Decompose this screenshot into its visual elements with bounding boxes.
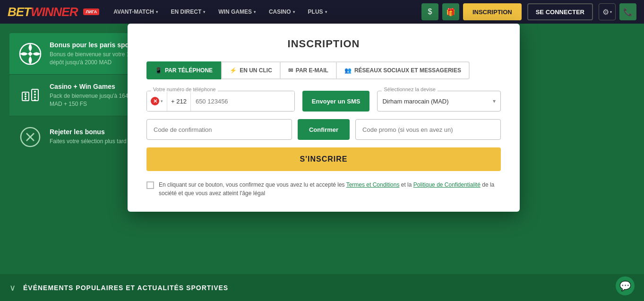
reject-icon (17, 124, 43, 150)
send-sms-button[interactable]: Envoyer un SMS (302, 91, 370, 112)
gear-icon: ⚙ (602, 8, 609, 17)
chevron-down-icon: ▾ (156, 10, 158, 14)
currency-group: Sélectionnez la devise Dirham marocain (… (377, 91, 501, 112)
svg-point-4 (25, 98, 26, 100)
casino-icon (17, 82, 43, 108)
registration-modal: INSCRIPTION 📱 PAR TÉLÉPHONE ⚡ EN UN CLIC… (128, 24, 520, 212)
nav-avant-match[interactable]: AVANT-MATCH ▾ (109, 9, 162, 15)
tab-phone[interactable]: 📱 PAR TÉLÉPHONE (146, 61, 221, 79)
svg-point-7 (34, 94, 36, 95)
chevron-down-icon: ▾ (325, 10, 327, 14)
svg-point-6 (34, 91, 36, 93)
bonus-reject-text: Rejeter les bonus Faites votre sélection… (50, 128, 127, 146)
inscription-button[interactable]: INSCRIPTION (463, 3, 522, 20)
gift-icon: 🎁 (446, 8, 455, 17)
phone-country-code: + 212 (167, 91, 191, 111)
phone-label: Votre numéro de téléphone (151, 86, 218, 92)
connect-button[interactable]: SE CONNECTER (527, 3, 593, 20)
nav-casino[interactable]: CASINO ▾ (264, 9, 300, 15)
svg-point-2 (25, 93, 26, 95)
terms-checkbox[interactable] (146, 181, 154, 189)
social-icon: 👥 (344, 67, 352, 74)
header: BETWINNER ЛИГА AVANT-MATCH ▾ EN DIRECT ▾… (0, 0, 644, 24)
svg-point-8 (34, 96, 36, 98)
chevron-down-icon: ▾ (254, 10, 256, 14)
phone-button[interactable]: 📞 (619, 3, 636, 20)
terms-conditions-link[interactable]: Termes et Conditions (346, 181, 400, 188)
terms-text: En cliquant sur ce bouton, vous confirme… (159, 181, 501, 198)
tab-social[interactable]: 👥 RÉSEAUX SOCIAUX ET MESSAGERIES (337, 61, 470, 79)
chevron-down-icon: ▾ (610, 10, 612, 14)
tab-email[interactable]: ✉ PAR E-MAIL (281, 61, 337, 79)
bottom-bar-title: ÉVÉNEMENTS POPULAIRES ET ACTUALITÉS SPOR… (23, 284, 228, 292)
phone-input-wrapper: ✕ ▾ + 212 (146, 91, 295, 112)
register-button[interactable]: S'INSCRIRE (146, 147, 501, 171)
currency-select-wrapper: Dirham marocain (MAD) ▾ (377, 91, 501, 112)
promo-code-input[interactable] (355, 119, 501, 140)
currency-label: Sélectionnez la devise (382, 86, 437, 92)
dollar-button[interactable]: $ (421, 3, 438, 20)
error-icon: ✕ (151, 97, 159, 105)
phone-tab-icon: 📱 (155, 67, 162, 74)
bottom-bar: ∨ ÉVÉNEMENTS POPULAIRES ET ACTUALITÉS SP… (0, 274, 644, 301)
nav-en-direct[interactable]: EN DIRECT ▾ (166, 9, 210, 15)
logo: BETWINNER (8, 5, 77, 19)
phone-number-input[interactable] (191, 91, 294, 111)
chevron-down-icon: ▾ (293, 10, 295, 14)
chevron-down-icon: ▾ (493, 98, 496, 104)
terms-row: En cliquant sur ce bouton, vous confirme… (146, 181, 501, 198)
currency-select[interactable]: Dirham marocain (MAD) (382, 98, 493, 105)
confirmation-promo-row: Confirmer (146, 119, 501, 140)
logo-brand: ЛИГА (83, 9, 99, 15)
svg-point-3 (25, 95, 26, 97)
svg-point-9 (34, 99, 36, 101)
chat-button[interactable]: 💬 (616, 276, 635, 295)
nav-plus[interactable]: PLUS ▾ (303, 9, 332, 15)
flag-selector[interactable]: ✕ ▾ (147, 91, 167, 111)
phone-icon: 📞 (623, 8, 633, 17)
tab-one-click[interactable]: ⚡ EN UN CLIC (221, 61, 281, 79)
dollar-icon: $ (428, 8, 432, 16)
lightning-icon: ⚡ (230, 67, 237, 74)
chevron-down-icon: ▾ (203, 10, 205, 14)
chat-icon: 💬 (619, 280, 631, 292)
privacy-policy-link[interactable]: Politique de Confidentialité (413, 181, 481, 188)
tab-bar: 📱 PAR TÉLÉPHONE ⚡ EN UN CLIC ✉ PAR E-MAI… (146, 61, 501, 79)
nav-win-games[interactable]: WIN GAMES ▾ (214, 9, 260, 15)
settings-button[interactable]: ⚙ ▾ (599, 3, 616, 20)
chevron-down-icon: ▾ (161, 99, 163, 103)
email-icon: ✉ (288, 67, 293, 74)
modal-title: INSCRIPTION (146, 38, 501, 50)
phone-currency-row: Votre numéro de téléphone ✕ ▾ + 212 Envo… (146, 91, 501, 112)
confirm-button[interactable]: Confirmer (298, 119, 350, 140)
confirmation-code-input[interactable] (146, 119, 292, 140)
toggle-icon[interactable]: ∨ (9, 283, 16, 293)
gift-button[interactable]: 🎁 (442, 3, 459, 20)
main-content: Bonus pour les paris sportifs Bonus de b… (0, 24, 644, 274)
phone-group: Votre numéro de téléphone ✕ ▾ + 212 (146, 91, 295, 112)
sports-icon (17, 41, 43, 67)
